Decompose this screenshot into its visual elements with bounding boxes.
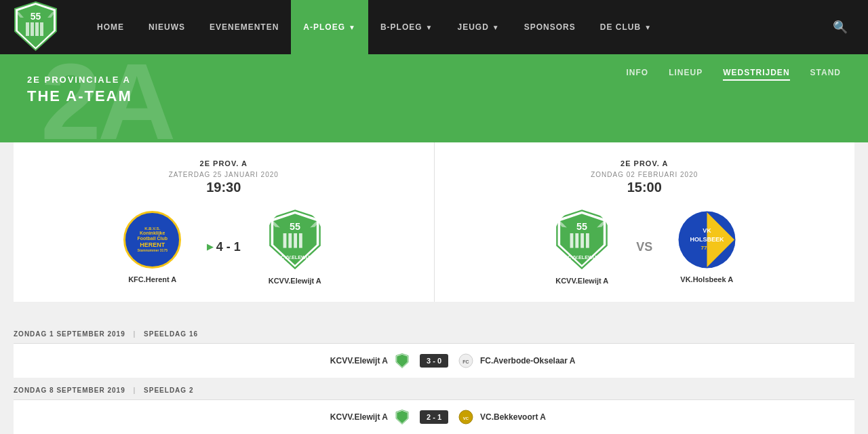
main-content: 2E PROV. A ZATERDAG 25 JANUARI 2020 19:3…	[0, 142, 868, 434]
svg-text:VK: VK	[703, 227, 711, 234]
svg-rect-3	[26, 22, 29, 36]
search-icon[interactable]: 🔍	[826, 20, 854, 35]
kcvv-mini-badge-2	[395, 410, 410, 425]
score-arrow-icon: ▶	[207, 242, 213, 252]
svg-rect-19	[576, 233, 579, 248]
match2-home-team: 55 KCVV.ELEWIJT KCVV.Elewijt A	[541, 209, 623, 285]
navigation: 55 HOME NIEUWS EVENEMENTEN A-PLOEG▼	[0, 0, 868, 54]
match1-teams: K.B.V.S. Koninklijke Football Club HEREN…	[27, 209, 420, 285]
svg-rect-4	[31, 22, 34, 36]
match1-away-team: 55 KCVV.ELEWIJT KCVV.Elewijt A	[254, 209, 336, 285]
match1-home-team: K.B.V.S. Koninklijke Football Club HEREN…	[112, 211, 193, 283]
match-day-group-2: ZONDAG 8 SEPTEMBER 2019 | SPEELDAG 2 KCV…	[14, 378, 854, 434]
nav-item-aploeg[interactable]: A-PLOEG▼	[291, 0, 368, 54]
nav-link-bploeg[interactable]: B-PLOEG▼	[368, 0, 446, 54]
match2-away-name: VK.Holsbeek A	[680, 275, 733, 283]
tab-lineup[interactable]: LINEUP	[669, 68, 703, 81]
svg-rect-5	[35, 22, 39, 36]
svg-rect-18	[570, 233, 574, 248]
match2-time: 15:00	[448, 180, 842, 195]
match1-home-name: KFC.Herent A	[128, 275, 176, 283]
hero-bg-text: 2A	[41, 54, 173, 156]
svg-marker-32	[397, 411, 408, 423]
match1-time: 19:30	[27, 180, 420, 195]
nav-item-declub[interactable]: DE CLUB▼	[588, 0, 664, 54]
nav-link-evenementen[interactable]: EVENEMENTEN	[197, 0, 291, 54]
nav-link-nieuws[interactable]: NIEUWS	[136, 0, 197, 54]
svg-text:55: 55	[290, 221, 300, 232]
tab-info[interactable]: INFO	[627, 68, 649, 81]
kcvv-mini-badge-1	[395, 353, 410, 368]
nav-link-aploeg[interactable]: A-PLOEG▼	[291, 0, 368, 54]
match-row-2-score: 2 - 1	[420, 410, 448, 424]
match2-date: ZONDAG 02 FEBRUARI 2020	[448, 171, 842, 178]
match1-league: 2E PROV. A	[27, 159, 420, 167]
nav-item-bploeg[interactable]: B-PLOEG▼	[368, 0, 446, 54]
nav-link-home[interactable]: HOME	[85, 0, 136, 54]
svg-text:KCVV.ELEWIJT: KCVV.ELEWIJT	[564, 254, 600, 260]
featured-match-1: 2E PROV. A ZATERDAG 25 JANUARI 2020 19:3…	[14, 142, 435, 302]
nav-item-jeugd[interactable]: JEUGD▼	[446, 0, 512, 54]
nav-links: HOME NIEUWS EVENEMENTEN A-PLOEG▼ B-PLOEG…	[85, 0, 826, 54]
svg-rect-11	[288, 233, 292, 248]
nav-item-home[interactable]: HOME	[85, 0, 136, 54]
match-row-2: KCVV.Elewijt A 2 - 1 VC VC.Bekkevoort A	[14, 400, 854, 434]
hero-team-name: THE A-TEAM	[27, 87, 841, 105]
svg-text:55: 55	[31, 11, 41, 22]
opponent-mini-badge-1: FC	[458, 353, 473, 368]
svg-text:HOLSBEEK: HOLSBEEK	[690, 236, 724, 243]
holsbeek-badge: VK HOLSBEEK 7703	[678, 211, 736, 269]
svg-text:KCVV.ELEWIJT: KCVV.ELEWIJT	[277, 254, 313, 260]
match2-league: 2E PROV. A	[448, 159, 842, 167]
svg-rect-20	[580, 233, 584, 248]
tab-stand[interactable]: STAND	[810, 68, 841, 81]
svg-rect-12	[294, 233, 297, 248]
match1-away-name: KCVV.Elewijt A	[269, 277, 321, 285]
svg-rect-13	[299, 233, 302, 248]
match-row-2-away: VC VC.Bekkevoort A	[458, 410, 841, 425]
match-day-header-2: ZONDAG 8 SEPTEMBER 2019 | SPEELDAG 2	[14, 378, 854, 400]
nav-link-sponsors[interactable]: SPONSORS	[512, 0, 588, 54]
svg-rect-6	[40, 22, 43, 36]
hero-tabs: INFO LINEUP WEDSTRIJDEN STAND	[627, 68, 841, 81]
svg-rect-10	[283, 233, 286, 248]
svg-text:7703: 7703	[701, 245, 713, 251]
svg-marker-28	[397, 355, 408, 367]
svg-rect-21	[586, 233, 589, 248]
nav-link-jeugd[interactable]: JEUGD▼	[446, 0, 512, 54]
nav-item-nieuws[interactable]: NIEUWS	[136, 0, 197, 54]
match-row-1-score: 3 - 0	[420, 354, 448, 368]
tab-wedstrijden[interactable]: WEDSTRIJDEN	[723, 68, 789, 81]
match2-away-team: VK HOLSBEEK 7703 VK.Holsbeek A	[666, 211, 747, 283]
match2-vs: VS	[636, 240, 652, 254]
match-day-header-1: ZONDAG 1 SEPTEMBER 2019 | SPEELDAG 16	[14, 322, 854, 344]
nav-item-sponsors[interactable]: SPONSORS	[512, 0, 588, 54]
featured-matches: 2E PROV. A ZATERDAG 25 JANUARI 2020 19:3…	[14, 142, 854, 302]
match-row-1: KCVV.Elewijt A 3 - 0 FC FC.Averbode-Okse…	[14, 344, 854, 378]
match-row-2-home: KCVV.Elewijt A	[27, 410, 410, 425]
match-list: ZONDAG 1 SEPTEMBER 2019 | SPEELDAG 16 KC…	[0, 322, 868, 434]
svg-text:VC: VC	[463, 416, 469, 420]
nav-link-declub[interactable]: DE CLUB▼	[588, 0, 664, 54]
herent-badge: K.B.V.S. Koninklijke Football Club HEREN…	[123, 211, 181, 269]
svg-text:FC: FC	[462, 359, 469, 364]
featured-match-2: 2E PROV. A ZONDAG 02 FEBRUARI 2020 15:00…	[435, 142, 855, 302]
nav-item-evenementen[interactable]: EVENEMENTEN	[197, 0, 291, 54]
logo[interactable]: 55	[14, 1, 58, 54]
svg-text:55: 55	[576, 221, 587, 232]
match-row-1-home: KCVV.Elewijt A	[27, 353, 410, 368]
match1-score: ▶ 4 - 1	[207, 240, 241, 254]
opponent-mini-badge-2: VC	[458, 410, 473, 425]
match-day-group-1: ZONDAG 1 SEPTEMBER 2019 | SPEELDAG 16 KC…	[14, 322, 854, 378]
match1-date: ZATERDAG 25 JANUARI 2020	[27, 171, 420, 178]
match2-home-name: KCVV.Elewijt A	[555, 277, 608, 285]
match-row-1-away: FC FC.Averbode-Okselaar A	[458, 353, 841, 368]
match2-teams: 55 KCVV.ELEWIJT KCVV.Elewijt A VS	[448, 209, 842, 285]
kcvv-badge-1: 55 KCVV.ELEWIJT	[266, 209, 323, 270]
kcvv-badge-2: 55 KCVV.ELEWIJT	[553, 209, 611, 270]
